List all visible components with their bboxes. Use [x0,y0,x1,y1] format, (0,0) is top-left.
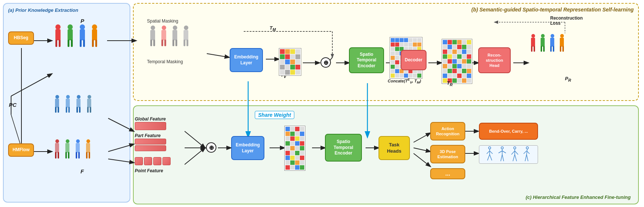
svg-line-131 [511,151,515,155]
concate-label: Concate(TEV, TM) [388,78,421,84]
svg-point-53 [151,26,155,30]
svg-rect-54 [150,30,155,40]
svg-point-77 [551,34,554,38]
svg-rect-104 [58,152,59,159]
svg-rect-98 [87,99,91,108]
spatio-temporal-encoder-top: SpatioTemporalEncoder [349,47,384,73]
panel-c-title: (c) Hierarchical Feature Enhanced Fine-t… [525,194,631,200]
spatio-temporal-encoder-bottom: SpatioTemporalEncoder [325,134,362,162]
svg-rect-107 [65,152,67,159]
masked-persons [148,25,191,53]
svg-point-97 [88,95,91,99]
svg-rect-39 [55,40,57,47]
tm-label: TM [270,25,276,32]
hbseg-box: HBSeg [8,31,34,45]
svg-rect-66 [184,30,188,40]
svg-rect-40 [59,40,61,47]
svg-point-69 [531,34,535,38]
svg-rect-71 [531,46,532,52]
temporal-masking-label: Temporal Masking [147,59,183,64]
panel-a-title: (a) Prior Knowledge Extraction [8,7,78,13]
svg-point-123 [501,147,503,149]
svg-rect-91 [66,107,67,113]
svg-line-134 [515,155,517,161]
svg-point-61 [173,26,177,30]
svg-rect-50 [92,29,97,40]
point-features [135,157,171,165]
svg-rect-90 [66,99,70,108]
p-label: P [80,18,84,24]
svg-line-119 [487,151,490,154]
svg-rect-52 [95,40,97,47]
svg-rect-55 [150,40,152,46]
svg-rect-80 [553,46,554,52]
svg-rect-110 [76,143,80,153]
reconstruction-head-box: Recon-structionHead [478,47,511,73]
svg-rect-75 [541,46,542,52]
oplus-top: ⊕ [321,57,331,68]
svg-rect-48 [83,40,85,47]
svg-rect-47 [80,40,82,47]
svg-point-89 [66,95,70,99]
svg-rect-103 [55,152,56,159]
svg-line-127 [501,155,502,161]
global-feature [135,122,166,130]
svg-line-140 [527,155,528,161]
svg-rect-43 [68,40,69,47]
svg-rect-46 [80,29,85,40]
svg-line-128 [502,155,504,161]
part-feature-label: Part Feature [135,133,161,138]
oplus-bottom: ⊕ [206,142,216,153]
flow-persons [52,139,93,164]
pc-persons [52,94,94,118]
svg-rect-72 [534,46,535,52]
svg-rect-112 [78,152,80,159]
pr-label: PR [565,76,571,82]
part-features [135,139,166,151]
share-weight-label: Share Weight [255,111,294,119]
svg-line-125 [499,151,502,153]
svg-rect-96 [79,107,80,113]
svg-rect-115 [86,152,88,159]
svg-point-129 [514,147,516,149]
svg-line-126 [502,151,506,153]
svg-rect-108 [68,152,69,159]
svg-rect-74 [541,38,545,47]
svg-rect-63 [172,40,174,46]
svg-rect-79 [550,46,552,52]
svg-rect-44 [71,40,73,47]
svg-line-121 [487,155,490,160]
svg-rect-82 [560,38,564,47]
svg-rect-86 [55,99,59,108]
svg-point-81 [560,34,564,38]
hmflow-box: HMFlow [8,143,34,157]
pc-label: PC [9,102,17,108]
svg-point-93 [77,95,80,99]
svg-line-132 [515,151,518,155]
svg-point-57 [162,26,166,30]
embedding-layer-top: EmbeddingLayer [230,48,263,72]
svg-rect-76 [543,46,545,52]
decoder-box: Decoder [401,50,427,70]
tr-label: TR [447,80,453,87]
spatial-masking-label: Spatial Masking [147,18,178,24]
global-feature-label: Global Feature [135,116,166,122]
pose-estimation-box: 3D PoseEstimation [430,145,465,163]
svg-point-37 [55,24,61,30]
svg-rect-84 [562,46,564,52]
action-result-box: Bend-Over, Carry, ... [479,123,538,140]
panel-b-title: (b) Semantic-guided Spatio-temporal Repr… [472,7,634,13]
svg-point-113 [86,139,90,143]
action-recognition-box: ActionRecognition [430,122,465,140]
task-heads-box: TaskHeads [378,136,410,160]
reconstruction-loss-label: ReconstructionLoss [550,16,583,26]
svg-point-85 [55,95,59,99]
svg-rect-102 [55,143,59,153]
svg-rect-58 [161,30,166,40]
svg-line-122 [490,155,492,160]
svg-line-139 [525,155,527,161]
svg-rect-51 [92,40,94,47]
svg-rect-68 [186,40,188,46]
svg-rect-42 [68,29,73,40]
svg-rect-95 [76,107,78,113]
